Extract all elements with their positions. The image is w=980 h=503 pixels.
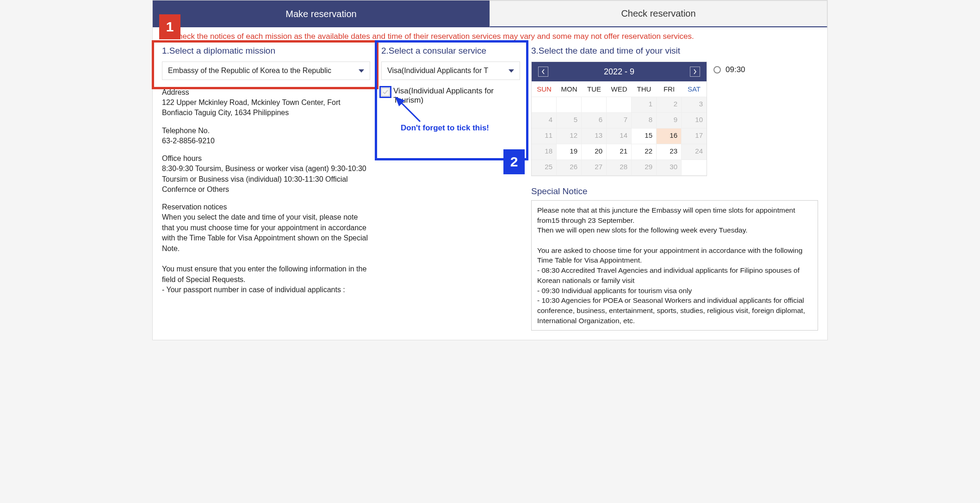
step1-column: 1.Select a diplomatic mission Embassy of… — [162, 46, 370, 331]
chevron-left-icon — [541, 69, 545, 74]
hours-value: 8:30-9:30 Toursim, Business or worker vi… — [162, 164, 370, 195]
calendar-cell[interactable]: 23 — [657, 144, 682, 160]
calendar: 2022 - 9 SUNMONTUEWEDTHUFRISAT 123456789… — [531, 61, 707, 176]
calendar-cell: 11 — [532, 129, 557, 144]
service-option-row[interactable]: Visa(Individual Applicants for Tourism) — [381, 86, 520, 105]
calendar-cell: 13 — [582, 129, 607, 144]
time-slot-list: 09:30 — [713, 61, 745, 74]
calendar-cell: 28 — [607, 160, 632, 176]
calendar-next-button[interactable] — [690, 67, 700, 77]
calendar-cell[interactable]: 15 — [632, 129, 657, 144]
calendar-prev-button[interactable] — [538, 67, 548, 77]
calendar-cell: 2 — [657, 97, 682, 113]
mission-selected-value: Embassy of the Republic of Korea to the … — [168, 67, 331, 75]
step2-title: 2.Select a consular service — [381, 46, 520, 56]
calendar-cell: 5 — [557, 113, 582, 129]
calendar-body: 1234567891011121314151617181920212223242… — [532, 97, 707, 176]
calendar-cell — [607, 97, 632, 113]
calendar-cell[interactable]: 20 — [582, 144, 607, 160]
time-slot[interactable]: 09:30 — [713, 65, 745, 74]
calendar-dow-row: SUNMONTUEWEDTHUFRISAT — [532, 81, 707, 97]
calendar-cell: 27 — [582, 160, 607, 176]
calendar-cell: 18 — [532, 144, 557, 160]
calendar-cell: 3 — [682, 97, 707, 113]
phone-value: 63-2-8856-9210 — [162, 136, 370, 146]
step3-title: 3.Select the date and time of your visit — [531, 46, 818, 56]
time-slot-label: 09:30 — [726, 65, 745, 74]
tab-make-reservation[interactable]: Make reservation — [153, 0, 490, 27]
calendar-cell: 24 — [682, 144, 707, 160]
calendar-dow: THU — [632, 81, 657, 97]
calendar-dow: FRI — [657, 81, 682, 97]
tab-bar: Make reservation Check reservation — [153, 0, 827, 27]
calendar-cell: 10 — [682, 113, 707, 129]
calendar-cell: 26 — [557, 160, 582, 176]
main-columns: 1.Select a diplomatic mission Embassy of… — [153, 46, 827, 340]
tab-label: Make reservation — [285, 9, 356, 19]
address-value: 122 Upper Mckinley Road, Mckinley Town C… — [162, 98, 370, 118]
calendar-cell — [532, 97, 557, 113]
calendar-cell — [582, 97, 607, 113]
step3-column: 3.Select the date and time of your visit… — [531, 46, 818, 331]
annotation-tick-hint: Don't forget to tick this! — [401, 123, 489, 133]
step1-title: 1.Select a diplomatic mission — [162, 46, 370, 56]
calendar-cell: 29 — [632, 160, 657, 176]
calendar-cell: 30 — [657, 160, 682, 176]
calendar-dow: TUE — [582, 81, 607, 97]
calendar-dow: SAT — [682, 81, 707, 97]
calendar-cell: 9 — [657, 113, 682, 129]
calendar-month-label: 2022 - 9 — [604, 67, 634, 77]
calendar-cell[interactable]: 19 — [557, 144, 582, 160]
res-notices-value: When you select the date and time of you… — [162, 212, 370, 295]
calendar-cell: 1 — [632, 97, 657, 113]
calendar-cell — [557, 97, 582, 113]
calendar-dow: SUN — [532, 81, 557, 97]
service-selected-value: Visa(Individual Applicants for T — [387, 67, 488, 75]
hours-label: Office hours — [162, 154, 370, 163]
calendar-dow: WED — [607, 81, 632, 97]
service-option-label: Visa(Individual Applicants for Tourism) — [393, 86, 520, 105]
calendar-cell[interactable]: 21 — [607, 144, 632, 160]
calendar-header: 2022 - 9 — [532, 62, 707, 81]
calendar-cell: 7 — [607, 113, 632, 129]
reservation-page: Make reservation Check reservation 1 ***… — [152, 0, 828, 340]
calendar-cell: 6 — [582, 113, 607, 129]
address-label: Address — [162, 88, 370, 97]
chevron-down-icon — [359, 69, 364, 73]
check-icon — [383, 89, 388, 95]
service-select[interactable]: Visa(Individual Applicants for T — [381, 61, 520, 80]
special-notice-body: Please note that at this juncture the Em… — [531, 200, 818, 331]
chevron-right-icon — [693, 69, 697, 74]
radio-icon — [713, 66, 721, 74]
calendar-cell: 14 — [607, 129, 632, 144]
phone-label: Telephone No. — [162, 127, 370, 135]
calendar-cell[interactable]: 22 — [632, 144, 657, 160]
calendar-cell: 8 — [632, 113, 657, 129]
calendar-cell: 17 — [682, 129, 707, 144]
res-notices-label: Reservation notices — [162, 203, 370, 211]
calendar-cell: 4 — [532, 113, 557, 129]
mission-select[interactable]: Embassy of the Republic of Korea to the … — [162, 61, 370, 80]
tab-label: Check reservation — [621, 8, 695, 19]
tab-check-reservation[interactable]: Check reservation — [490, 0, 827, 27]
top-notice: ****check the notices of each mission as… — [153, 27, 827, 46]
step2-column: 2 2.Select a consular service Visa(Indiv… — [381, 46, 520, 331]
chevron-down-icon — [509, 69, 514, 73]
calendar-cell: 25 — [532, 160, 557, 176]
calendar-cell[interactable]: 16 — [657, 129, 682, 144]
service-checkbox[interactable] — [381, 88, 390, 96]
annotation-badge-2: 2 — [503, 149, 525, 174]
calendar-dow: MON — [557, 81, 582, 97]
calendar-cell: 12 — [557, 129, 582, 144]
special-notice-title: Special Notice — [531, 186, 818, 196]
calendar-cell — [682, 160, 707, 176]
